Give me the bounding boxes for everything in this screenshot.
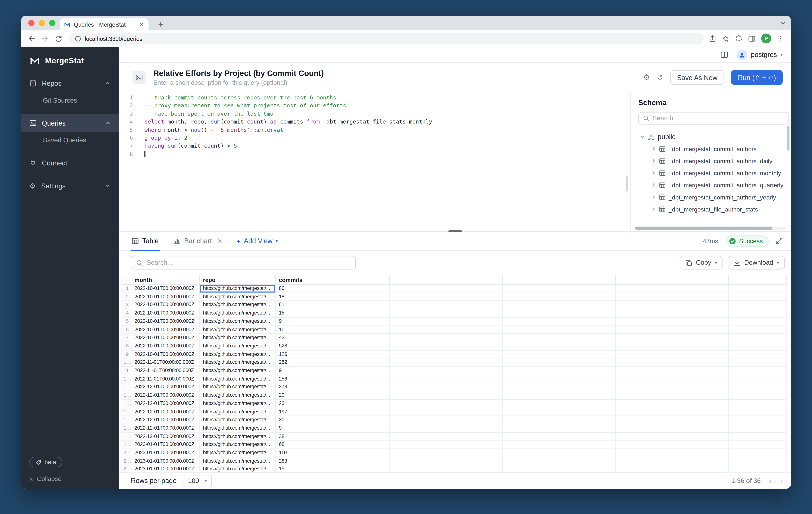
table-cell-empty[interactable]: [389, 449, 446, 457]
table-cell-empty[interactable]: [559, 375, 616, 383]
table-cell[interactable]: https://github.com/mergestat/...: [200, 465, 276, 472]
sidebar-item-repos[interactable]: Repos: [21, 74, 119, 92]
sidebar-item-queries[interactable]: Queries: [21, 114, 119, 132]
table-cell[interactable]: https://github.com/mergestat/...: [200, 334, 276, 342]
maximize-window-button[interactable]: [49, 20, 55, 26]
table-cell-empty[interactable]: [503, 465, 559, 472]
table-cell-empty[interactable]: [389, 358, 446, 367]
table-cell-empty[interactable]: [559, 358, 616, 367]
table-cell-empty[interactable]: [729, 449, 787, 457]
query-terminal-icon-button[interactable]: [132, 71, 146, 84]
next-page-icon[interactable]: ›: [780, 477, 783, 485]
table-cell-empty[interactable]: [672, 449, 729, 457]
table-cell-empty[interactable]: [389, 309, 446, 317]
table-cell[interactable]: https://github.com/mergestat/...: [200, 416, 276, 424]
sidebar-item-git-sources[interactable]: Git Sources: [21, 92, 119, 109]
table-cell-empty[interactable]: [446, 293, 503, 301]
table-cell[interactable]: 2022-11-01T00:00:00.000Z: [131, 358, 200, 367]
table-cell[interactable]: https://github.com/mergestat/...: [200, 301, 276, 309]
table-cell-empty[interactable]: [559, 350, 616, 359]
add-view-button[interactable]: + Add View ▾: [236, 237, 278, 245]
schema-node-public[interactable]: public: [638, 131, 791, 143]
table-cell-empty[interactable]: [616, 465, 672, 472]
table-cell[interactable]: 197: [276, 407, 333, 416]
table-cell-empty[interactable]: [616, 334, 672, 342]
table-cell-empty[interactable]: [616, 301, 672, 309]
new-tab-button[interactable]: +: [155, 19, 166, 30]
table-cell-empty[interactable]: [333, 342, 390, 350]
table-cell-empty[interactable]: [389, 440, 446, 449]
table-cell-empty[interactable]: [503, 432, 559, 441]
table-cell-empty[interactable]: [446, 383, 503, 391]
table-cell-empty[interactable]: [559, 416, 616, 424]
table-cell[interactable]: 2022-10-01T00:00:00.000Z: [131, 350, 200, 359]
schema-table-item[interactable]: _dbt_mergestat_commit_authors_daily: [638, 155, 791, 167]
table-cell-empty[interactable]: [672, 465, 729, 472]
chevron-right-icon[interactable]: [651, 171, 656, 175]
table-cell-empty[interactable]: [333, 416, 390, 424]
table-cell-empty[interactable]: [559, 407, 616, 416]
table-cell-empty[interactable]: [672, 424, 729, 432]
tab-list-chevron-icon[interactable]: [780, 20, 786, 26]
table-cell-empty[interactable]: [333, 334, 390, 342]
table-cell-empty[interactable]: [559, 424, 616, 432]
table-cell[interactable]: 2022-10-01T00:00:00.000Z: [131, 301, 200, 309]
table-cell[interactable]: 15: [276, 325, 333, 334]
table-cell[interactable]: 273: [276, 383, 333, 391]
table-cell-empty[interactable]: [333, 449, 390, 457]
table-cell[interactable]: https://github.com/mergestat/...: [200, 342, 276, 350]
table-cell-empty[interactable]: [446, 465, 503, 472]
table-cell-empty[interactable]: [333, 301, 390, 309]
table-cell[interactable]: 2022-10-01T00:00:00.000Z: [131, 284, 200, 293]
table-cell-empty[interactable]: [503, 383, 559, 391]
table-cell-empty[interactable]: [389, 465, 446, 472]
close-window-button[interactable]: [28, 20, 34, 26]
table-cell[interactable]: 2022-10-01T00:00:00.000Z: [131, 325, 200, 334]
table-cell[interactable]: https://github.com/mergestat/...: [200, 325, 276, 334]
table-cell-empty[interactable]: [333, 367, 390, 375]
table-cell[interactable]: https://github.com/mergestat/...: [200, 391, 276, 400]
table-cell-empty[interactable]: [616, 432, 672, 441]
table-cell-empty[interactable]: [729, 309, 787, 317]
table-cell-empty[interactable]: [389, 457, 446, 465]
resize-drag-handle[interactable]: [448, 230, 462, 232]
table-cell[interactable]: 68: [276, 440, 333, 449]
tab-close-icon[interactable]: ✕: [139, 21, 144, 27]
table-cell-empty[interactable]: [503, 391, 559, 400]
table-cell-empty[interactable]: [333, 432, 390, 441]
table-cell[interactable]: https://github.com/mergestat/...: [200, 293, 276, 301]
table-cell-empty[interactable]: [616, 367, 672, 375]
minimize-window-button[interactable]: [39, 20, 45, 26]
table-cell[interactable]: 2022-12-01T00:00:00.000Z: [131, 383, 200, 391]
table-cell[interactable]: https://github.com/mergestat/...: [200, 424, 276, 432]
table-cell-empty[interactable]: [729, 367, 787, 375]
table-cell-empty[interactable]: [672, 375, 729, 383]
table-cell[interactable]: https://github.com/mergestat/...: [200, 457, 276, 465]
site-info-icon[interactable]: [75, 35, 81, 41]
editor-scrollbar[interactable]: [626, 176, 628, 192]
sql-editor[interactable]: 12345678 -- track commit counts across r…: [119, 92, 631, 231]
table-cell-empty[interactable]: [389, 383, 446, 391]
table-cell-empty[interactable]: [616, 407, 672, 416]
table-cell-empty[interactable]: [729, 407, 787, 416]
table-cell-empty[interactable]: [389, 350, 446, 359]
table-cell[interactable]: 81: [276, 301, 333, 309]
table-cell-empty[interactable]: [729, 432, 787, 441]
table-cell-empty[interactable]: [559, 465, 616, 472]
schema-table-item[interactable]: _dbt_mergestat_file_author_stats: [638, 203, 791, 215]
table-cell-empty[interactable]: [559, 391, 616, 400]
previous-page-icon[interactable]: ‹: [769, 477, 772, 485]
table-cell-empty[interactable]: [559, 342, 616, 350]
table-cell-empty[interactable]: [446, 301, 503, 309]
table-cell-empty[interactable]: [559, 432, 616, 441]
table-cell-empty[interactable]: [446, 391, 503, 400]
table-cell-empty[interactable]: [333, 284, 390, 293]
table-cell-empty[interactable]: [559, 457, 616, 465]
table-cell-empty[interactable]: [729, 375, 787, 383]
tab-table-view[interactable]: Table: [131, 232, 160, 250]
table-cell[interactable]: 126: [276, 350, 333, 359]
table-cell-empty[interactable]: [333, 317, 390, 325]
table-cell-empty[interactable]: [389, 424, 446, 432]
table-cell-empty[interactable]: [333, 400, 390, 408]
table-cell-empty[interactable]: [672, 383, 729, 391]
